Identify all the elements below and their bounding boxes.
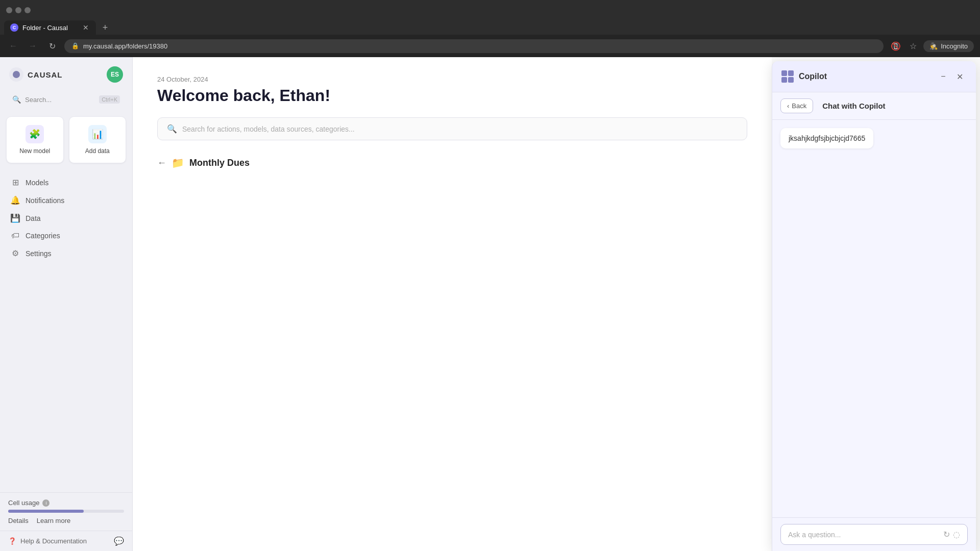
sidebar-nav: ⊞ Models 🔔 Notifications 💾 Data 🏷 Catego…: [0, 171, 132, 492]
sidebar-item-notifications[interactable]: 🔔 Notifications: [4, 191, 128, 209]
copilot-header: Copilot − ✕: [772, 61, 976, 92]
back-label: Back: [792, 102, 806, 110]
info-icon: i: [42, 499, 50, 507]
incognito-label: Incognito: [941, 42, 968, 50]
active-tab[interactable]: C Folder - Causal ✕: [4, 20, 96, 35]
date-text: 24 October, 2024: [157, 76, 747, 83]
cell-usage-label: Cell usage i: [8, 499, 124, 507]
main-search-icon: 🔍: [167, 124, 177, 134]
new-tab-button[interactable]: +: [98, 20, 112, 35]
data-icon: 💾: [10, 213, 20, 223]
logo-inner-dot: [13, 71, 20, 78]
main-search-bar[interactable]: 🔍 Search for actions, models, data sourc…: [157, 117, 747, 140]
copilot-title-area: Copilot: [781, 70, 827, 83]
copilot-input-area: ↻ ◌: [772, 517, 976, 551]
copilot-input-box: ↻ ◌: [780, 524, 968, 545]
chat-with-copilot-title: Chat with Copilot: [822, 102, 885, 110]
copilot-sub-header: ‹ Back Chat with Copilot: [772, 92, 976, 120]
tabs-bar: C Folder - Causal ✕ +: [0, 20, 980, 35]
sidebar-item-models[interactable]: ⊞ Models: [4, 173, 128, 191]
usage-fill: [8, 510, 84, 513]
search-icon: 🔍: [12, 95, 21, 104]
app-container: CAUSAL ES 🔍 Search... Ctrl+K 🧩 New model…: [0, 57, 980, 551]
maximize-button[interactable]: [15, 7, 21, 13]
refresh-icon[interactable]: ↻: [943, 530, 950, 539]
help-label: Help & Documentation: [20, 537, 87, 545]
sidebar-item-data-label: Data: [26, 214, 41, 222]
sidebar-bottom-nav: ❓ Help & Documentation 💬: [0, 531, 132, 551]
incognito-icon: 🕵: [929, 42, 938, 50]
minimize-button[interactable]: [6, 7, 12, 13]
usage-actions: Details Learn more: [8, 517, 124, 524]
title-bar: [0, 0, 980, 20]
main-header: 24 October, 2024 Welcome back, Ethan!: [133, 57, 772, 117]
bookmark-button[interactable]: ☆: [906, 39, 920, 53]
search-shortcut: Ctrl+K: [99, 95, 120, 104]
sidebar-header: CAUSAL ES: [0, 57, 132, 88]
sidebar-search[interactable]: 🔍 Search... Ctrl+K: [6, 92, 126, 107]
chat-message: jksahjkdgfsjbjcbjcjd7665: [780, 128, 873, 148]
back-nav-button[interactable]: ←: [6, 39, 20, 53]
details-link[interactable]: Details: [8, 517, 29, 524]
usage-bar: [8, 510, 124, 513]
stop-icon[interactable]: ◌: [953, 530, 960, 539]
new-model-label: New model: [19, 147, 50, 155]
copilot-header-actions: − ✕: [936, 69, 967, 84]
add-data-icon: 📊: [88, 125, 107, 143]
copilot-grid-icon: [781, 70, 794, 83]
camera-off-icon[interactable]: 📵: [889, 39, 903, 53]
reload-button[interactable]: ↻: [45, 39, 59, 53]
welcome-title: Welcome back, Ethan!: [157, 86, 747, 105]
copilot-back-button[interactable]: ‹ Back: [780, 98, 813, 113]
close-window-button[interactable]: [24, 7, 31, 13]
new-model-button[interactable]: 🧩 New model: [6, 116, 64, 163]
cell-usage-section: Cell usage i Details Learn more: [0, 492, 132, 531]
copilot-chat-area: jksahjkdgfsjbjcbjcjd7665: [772, 120, 976, 517]
copilot-minimize-button[interactable]: −: [936, 69, 950, 84]
settings-icon: ⚙: [10, 248, 20, 258]
url-text: my.causal.app/folders/19380: [83, 42, 167, 50]
copilot-close-button[interactable]: ✕: [952, 69, 967, 84]
copilot-title: Copilot: [799, 72, 827, 81]
sidebar-search-placeholder: Search...: [25, 96, 95, 104]
sidebar-item-notifications-label: Notifications: [26, 196, 64, 205]
sidebar-item-settings[interactable]: ⚙ Settings: [4, 244, 128, 262]
address-bar: ← → ↻ 🔒 my.causal.app/folders/19380 📵 ☆ …: [0, 35, 980, 57]
learn-more-link[interactable]: Learn more: [37, 517, 70, 524]
help-icon: ❓: [8, 537, 16, 545]
back-chevron-icon: ‹: [787, 102, 789, 110]
folder-navigation: ← 📁 Monthly Dues: [133, 140, 772, 177]
forward-nav-button[interactable]: →: [26, 39, 40, 53]
main-content: 24 October, 2024 Welcome back, Ethan! 🔍 …: [133, 57, 772, 551]
browser-actions: 📵 ☆ 🕵 Incognito: [889, 39, 974, 53]
sidebar-item-models-label: Models: [26, 179, 48, 187]
new-model-icon: 🧩: [26, 125, 44, 143]
add-data-label: Add data: [85, 147, 110, 155]
models-icon: ⊞: [10, 178, 20, 187]
sidebar-item-categories[interactable]: 🏷 Categories: [4, 227, 128, 244]
browser-chrome: C Folder - Causal ✕ + ← → ↻ 🔒 my.causal.…: [0, 0, 980, 57]
chat-icon: 💬: [114, 536, 124, 546]
add-data-button[interactable]: 📊 Add data: [69, 116, 127, 163]
main-search-placeholder: Search for actions, models, data sources…: [182, 125, 355, 133]
folder-back-arrow[interactable]: ←: [157, 158, 166, 168]
folder-name: Monthly Dues: [189, 158, 250, 168]
tab-label: Folder - Causal: [22, 24, 68, 32]
copilot-panel: Copilot − ✕ ‹ Back Chat with Copilot jks…: [772, 61, 976, 551]
notifications-icon: 🔔: [10, 195, 20, 205]
logo-text: CAUSAL: [28, 70, 63, 79]
sidebar-item-categories-label: Categories: [26, 232, 60, 240]
sidebar-item-settings-label: Settings: [26, 249, 52, 258]
help-documentation-link[interactable]: ❓ Help & Documentation: [8, 537, 87, 545]
user-avatar[interactable]: ES: [107, 66, 123, 83]
copilot-question-input[interactable]: [788, 531, 939, 539]
sidebar-item-data[interactable]: 💾 Data: [4, 209, 128, 227]
logo-area: CAUSAL: [9, 67, 63, 82]
incognito-button[interactable]: 🕵 Incognito: [923, 40, 974, 52]
copilot-input-actions: ↻ ◌: [943, 530, 960, 539]
logo-circle: [9, 67, 23, 82]
lock-icon: 🔒: [71, 42, 79, 49]
url-bar[interactable]: 🔒 my.causal.app/folders/19380: [64, 39, 884, 53]
folder-icon: 📁: [172, 157, 184, 169]
tab-close-button[interactable]: ✕: [82, 23, 90, 32]
